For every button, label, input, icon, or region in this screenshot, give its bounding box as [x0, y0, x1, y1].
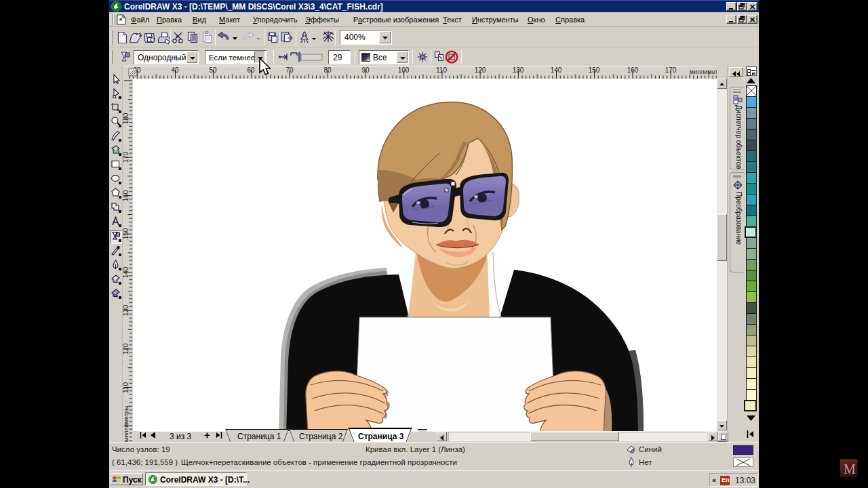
svg-text:130: 130	[513, 66, 524, 74]
svg-text:170: 170	[665, 66, 677, 74]
svg-text:миллиметры: миллиметры	[123, 406, 130, 442]
svg-text:90: 90	[361, 66, 370, 74]
svg-text:150: 150	[123, 228, 130, 239]
svg-text:160: 160	[627, 66, 639, 74]
svg-text:120: 120	[475, 66, 486, 74]
svg-text:150: 150	[589, 66, 600, 74]
svg-text:40: 40	[171, 66, 179, 74]
svg-text:70: 70	[285, 66, 294, 74]
svg-text:110: 110	[436, 66, 447, 74]
svg-text:110: 110	[123, 382, 130, 393]
svg-text:140: 140	[551, 66, 562, 74]
svg-text:80: 80	[323, 66, 332, 74]
svg-text:160: 160	[123, 190, 130, 201]
svg-text:180: 180	[123, 113, 130, 124]
svg-text:60: 60	[247, 66, 255, 74]
svg-text:130: 130	[123, 304, 130, 316]
svg-text:170: 170	[123, 151, 130, 163]
svg-text:100: 100	[398, 66, 410, 74]
svg-text:50: 50	[209, 66, 217, 74]
svg-text:140: 140	[123, 266, 130, 278]
svg-text:120: 120	[123, 343, 130, 354]
